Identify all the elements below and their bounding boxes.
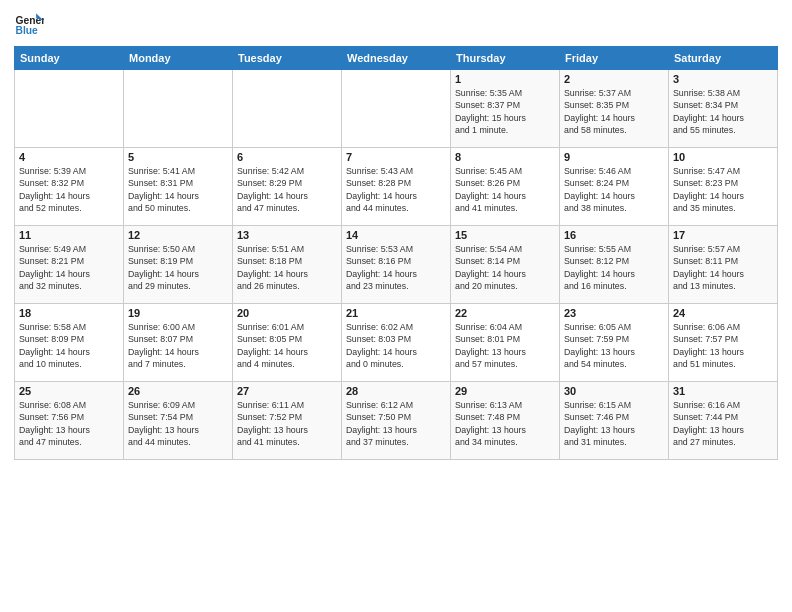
day-cell: 19Sunrise: 6:00 AMSunset: 8:07 PMDayligh… xyxy=(124,304,233,382)
day-cell: 12Sunrise: 5:50 AMSunset: 8:19 PMDayligh… xyxy=(124,226,233,304)
day-cell: 24Sunrise: 6:06 AMSunset: 7:57 PMDayligh… xyxy=(669,304,778,382)
day-cell: 15Sunrise: 5:54 AMSunset: 8:14 PMDayligh… xyxy=(451,226,560,304)
day-cell: 4Sunrise: 5:39 AMSunset: 8:32 PMDaylight… xyxy=(15,148,124,226)
page-header: General Blue xyxy=(14,10,778,40)
day-number: 5 xyxy=(128,151,228,163)
day-cell: 9Sunrise: 5:46 AMSunset: 8:24 PMDaylight… xyxy=(560,148,669,226)
day-cell: 17Sunrise: 5:57 AMSunset: 8:11 PMDayligh… xyxy=(669,226,778,304)
day-number: 29 xyxy=(455,385,555,397)
day-info: Sunrise: 5:57 AMSunset: 8:11 PMDaylight:… xyxy=(673,243,773,292)
day-cell: 23Sunrise: 6:05 AMSunset: 7:59 PMDayligh… xyxy=(560,304,669,382)
day-info: Sunrise: 6:13 AMSunset: 7:48 PMDaylight:… xyxy=(455,399,555,448)
day-number: 30 xyxy=(564,385,664,397)
day-info: Sunrise: 5:54 AMSunset: 8:14 PMDaylight:… xyxy=(455,243,555,292)
day-cell: 16Sunrise: 5:55 AMSunset: 8:12 PMDayligh… xyxy=(560,226,669,304)
day-info: Sunrise: 5:49 AMSunset: 8:21 PMDaylight:… xyxy=(19,243,119,292)
day-info: Sunrise: 5:55 AMSunset: 8:12 PMDaylight:… xyxy=(564,243,664,292)
weekday-header-tuesday: Tuesday xyxy=(233,47,342,70)
day-info: Sunrise: 6:11 AMSunset: 7:52 PMDaylight:… xyxy=(237,399,337,448)
day-info: Sunrise: 6:04 AMSunset: 8:01 PMDaylight:… xyxy=(455,321,555,370)
day-number: 21 xyxy=(346,307,446,319)
day-cell: 3Sunrise: 5:38 AMSunset: 8:34 PMDaylight… xyxy=(669,70,778,148)
day-info: Sunrise: 5:51 AMSunset: 8:18 PMDaylight:… xyxy=(237,243,337,292)
day-number: 31 xyxy=(673,385,773,397)
day-cell: 14Sunrise: 5:53 AMSunset: 8:16 PMDayligh… xyxy=(342,226,451,304)
day-cell: 26Sunrise: 6:09 AMSunset: 7:54 PMDayligh… xyxy=(124,382,233,460)
day-number: 25 xyxy=(19,385,119,397)
day-cell: 30Sunrise: 6:15 AMSunset: 7:46 PMDayligh… xyxy=(560,382,669,460)
day-number: 14 xyxy=(346,229,446,241)
day-info: Sunrise: 5:58 AMSunset: 8:09 PMDaylight:… xyxy=(19,321,119,370)
day-number: 4 xyxy=(19,151,119,163)
day-info: Sunrise: 5:46 AMSunset: 8:24 PMDaylight:… xyxy=(564,165,664,214)
day-number: 22 xyxy=(455,307,555,319)
day-number: 18 xyxy=(19,307,119,319)
logo: General Blue xyxy=(14,10,44,40)
day-cell: 6Sunrise: 5:42 AMSunset: 8:29 PMDaylight… xyxy=(233,148,342,226)
day-info: Sunrise: 5:41 AMSunset: 8:31 PMDaylight:… xyxy=(128,165,228,214)
day-cell: 1Sunrise: 5:35 AMSunset: 8:37 PMDaylight… xyxy=(451,70,560,148)
week-row-2: 4Sunrise: 5:39 AMSunset: 8:32 PMDaylight… xyxy=(15,148,778,226)
day-number: 24 xyxy=(673,307,773,319)
weekday-header-saturday: Saturday xyxy=(669,47,778,70)
day-cell: 11Sunrise: 5:49 AMSunset: 8:21 PMDayligh… xyxy=(15,226,124,304)
day-info: Sunrise: 5:53 AMSunset: 8:16 PMDaylight:… xyxy=(346,243,446,292)
day-info: Sunrise: 5:37 AMSunset: 8:35 PMDaylight:… xyxy=(564,87,664,136)
day-number: 12 xyxy=(128,229,228,241)
day-cell xyxy=(342,70,451,148)
day-number: 1 xyxy=(455,73,555,85)
day-number: 11 xyxy=(19,229,119,241)
day-cell: 29Sunrise: 6:13 AMSunset: 7:48 PMDayligh… xyxy=(451,382,560,460)
day-number: 16 xyxy=(564,229,664,241)
day-cell xyxy=(124,70,233,148)
week-row-4: 18Sunrise: 5:58 AMSunset: 8:09 PMDayligh… xyxy=(15,304,778,382)
day-number: 26 xyxy=(128,385,228,397)
day-info: Sunrise: 5:47 AMSunset: 8:23 PMDaylight:… xyxy=(673,165,773,214)
calendar-table: SundayMondayTuesdayWednesdayThursdayFrid… xyxy=(14,46,778,460)
day-info: Sunrise: 6:15 AMSunset: 7:46 PMDaylight:… xyxy=(564,399,664,448)
day-info: Sunrise: 6:06 AMSunset: 7:57 PMDaylight:… xyxy=(673,321,773,370)
svg-text:Blue: Blue xyxy=(16,25,39,36)
day-info: Sunrise: 5:39 AMSunset: 8:32 PMDaylight:… xyxy=(19,165,119,214)
weekday-header-wednesday: Wednesday xyxy=(342,47,451,70)
weekday-header-sunday: Sunday xyxy=(15,47,124,70)
day-cell: 7Sunrise: 5:43 AMSunset: 8:28 PMDaylight… xyxy=(342,148,451,226)
day-number: 19 xyxy=(128,307,228,319)
day-number: 27 xyxy=(237,385,337,397)
day-cell: 8Sunrise: 5:45 AMSunset: 8:26 PMDaylight… xyxy=(451,148,560,226)
weekday-header-friday: Friday xyxy=(560,47,669,70)
weekday-header-monday: Monday xyxy=(124,47,233,70)
day-number: 13 xyxy=(237,229,337,241)
day-cell: 27Sunrise: 6:11 AMSunset: 7:52 PMDayligh… xyxy=(233,382,342,460)
day-number: 3 xyxy=(673,73,773,85)
day-info: Sunrise: 6:09 AMSunset: 7:54 PMDaylight:… xyxy=(128,399,228,448)
day-number: 23 xyxy=(564,307,664,319)
day-number: 7 xyxy=(346,151,446,163)
day-info: Sunrise: 6:08 AMSunset: 7:56 PMDaylight:… xyxy=(19,399,119,448)
day-info: Sunrise: 5:35 AMSunset: 8:37 PMDaylight:… xyxy=(455,87,555,136)
day-info: Sunrise: 6:16 AMSunset: 7:44 PMDaylight:… xyxy=(673,399,773,448)
day-info: Sunrise: 5:38 AMSunset: 8:34 PMDaylight:… xyxy=(673,87,773,136)
day-cell xyxy=(233,70,342,148)
day-number: 2 xyxy=(564,73,664,85)
day-cell: 21Sunrise: 6:02 AMSunset: 8:03 PMDayligh… xyxy=(342,304,451,382)
day-number: 6 xyxy=(237,151,337,163)
day-info: Sunrise: 6:00 AMSunset: 8:07 PMDaylight:… xyxy=(128,321,228,370)
day-number: 10 xyxy=(673,151,773,163)
day-cell: 28Sunrise: 6:12 AMSunset: 7:50 PMDayligh… xyxy=(342,382,451,460)
logo-icon: General Blue xyxy=(14,10,44,40)
day-info: Sunrise: 5:42 AMSunset: 8:29 PMDaylight:… xyxy=(237,165,337,214)
day-number: 17 xyxy=(673,229,773,241)
day-info: Sunrise: 5:50 AMSunset: 8:19 PMDaylight:… xyxy=(128,243,228,292)
week-row-1: 1Sunrise: 5:35 AMSunset: 8:37 PMDaylight… xyxy=(15,70,778,148)
day-cell: 25Sunrise: 6:08 AMSunset: 7:56 PMDayligh… xyxy=(15,382,124,460)
day-cell: 31Sunrise: 6:16 AMSunset: 7:44 PMDayligh… xyxy=(669,382,778,460)
day-cell: 13Sunrise: 5:51 AMSunset: 8:18 PMDayligh… xyxy=(233,226,342,304)
day-info: Sunrise: 5:45 AMSunset: 8:26 PMDaylight:… xyxy=(455,165,555,214)
day-cell: 5Sunrise: 5:41 AMSunset: 8:31 PMDaylight… xyxy=(124,148,233,226)
day-number: 9 xyxy=(564,151,664,163)
day-number: 8 xyxy=(455,151,555,163)
day-info: Sunrise: 6:05 AMSunset: 7:59 PMDaylight:… xyxy=(564,321,664,370)
day-cell: 10Sunrise: 5:47 AMSunset: 8:23 PMDayligh… xyxy=(669,148,778,226)
day-info: Sunrise: 6:01 AMSunset: 8:05 PMDaylight:… xyxy=(237,321,337,370)
